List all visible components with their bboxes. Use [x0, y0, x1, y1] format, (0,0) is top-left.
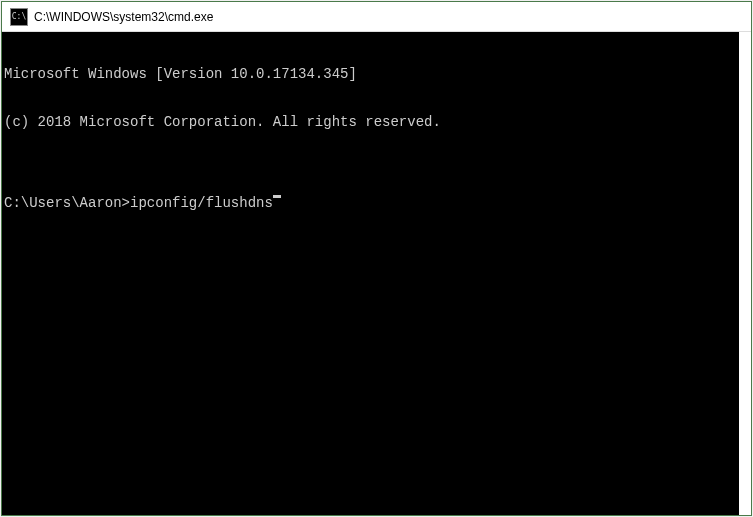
terminal-command[interactable]: ipconfig/flushdns	[130, 195, 273, 211]
terminal-output-copyright: (c) 2018 Microsoft Corporation. All righ…	[4, 114, 737, 130]
terminal-output-version: Microsoft Windows [Version 10.0.17134.34…	[4, 66, 737, 82]
window-title: C:\WINDOWS\system32\cmd.exe	[34, 10, 213, 24]
title-bar[interactable]: C:\ C:\WINDOWS\system32\cmd.exe	[2, 2, 751, 32]
terminal-cursor	[273, 195, 281, 198]
cmd-icon-text: C:\	[12, 13, 26, 21]
cmd-icon: C:\	[10, 8, 28, 26]
terminal-area[interactable]: Microsoft Windows [Version 10.0.17134.34…	[2, 32, 751, 515]
terminal-prompt-line: C:\Users\Aaron>ipconfig/flushdns	[4, 195, 737, 211]
cmd-window: C:\ C:\WINDOWS\system32\cmd.exe Microsof…	[1, 1, 752, 516]
terminal-prompt: C:\Users\Aaron>	[4, 195, 130, 211]
